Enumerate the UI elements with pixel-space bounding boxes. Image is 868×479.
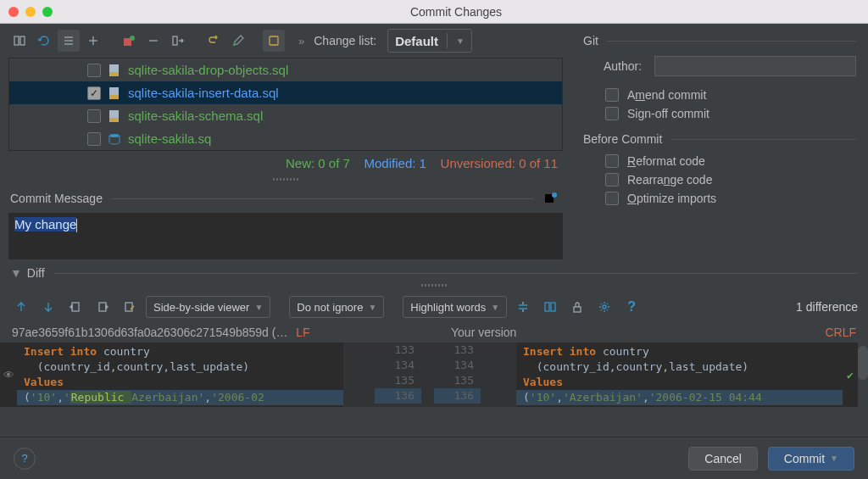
file-checkbox[interactable] [87,132,101,146]
titlebar: Commit Changes [0,0,868,24]
database-icon [108,132,121,146]
optimize-label: Optimize imports [627,192,716,205]
svg-rect-22 [99,303,106,311]
file-status-line: New: 0 of 7 Modified: 1 Unversioned: 0 o… [0,151,571,175]
amend-checkbox[interactable] [605,88,619,102]
file-checkbox[interactable] [87,64,101,77]
rearrange-checkbox[interactable] [605,173,619,187]
git-section-title: Git [583,34,598,47]
expand-icon[interactable] [82,30,104,52]
settings-icon[interactable] [593,296,615,318]
collapse-unchanged-icon[interactable] [512,296,534,318]
svg-rect-23 [125,303,132,311]
move-changelist-icon[interactable] [167,30,189,52]
svg-rect-24 [545,303,549,311]
status-modified: Modified: 1 [364,156,426,170]
left-pane[interactable]: Insert into country (country_id,country,… [17,343,343,407]
file-name: sqlite-sakila-insert-data.sql [128,86,279,100]
show-diff-icon[interactable] [8,30,31,52]
refresh-icon[interactable] [33,30,55,52]
reformat-checkbox[interactable] [605,154,619,168]
prev-file-icon[interactable] [64,296,86,318]
commit-button[interactable]: Commit▼ [768,447,854,471]
left-revision-label: 97ae3659f61b1306d63fa0a26306c271549b859d… [12,326,287,339]
svg-rect-21 [72,303,79,311]
file-checkbox[interactable]: ✓ [87,86,101,100]
next-diff-icon[interactable] [37,296,59,318]
sql-file-icon [108,64,121,77]
before-commit-title: Before Commit [583,132,662,146]
lock-icon[interactable] [566,296,588,318]
changelist-icon[interactable] [118,30,140,52]
window-close-button[interactable] [8,7,19,17]
file-row[interactable]: sqlite-sakila-schema.sql [9,104,562,127]
right-line-ending: CRLF [825,326,856,339]
svg-rect-25 [551,303,555,311]
diff-label: Diff [27,266,45,280]
prev-diff-icon[interactable] [10,296,32,318]
edit-diff-icon[interactable] [119,296,141,318]
file-checkbox[interactable] [87,109,101,123]
jump-to-source-icon[interactable] [263,30,285,52]
diff-drag-handle[interactable] [0,281,868,288]
remove-icon[interactable] [142,30,164,52]
svg-point-8 [130,36,135,41]
svg-rect-0 [14,36,19,45]
ignore-select[interactable]: Do not ignore▼ [289,296,384,318]
window-minimize-button[interactable] [25,7,36,17]
diff-toolbar: Side-by-side viewer▼ Do not ignore▼ High… [0,292,868,322]
right-pane[interactable]: Insert into country (country_id,country,… [516,343,843,407]
rearrange-label: Rearrange code [627,173,712,187]
line-number: 133 [375,343,421,358]
gutter: 133134135136 133134135136 [343,343,516,407]
svg-rect-10 [173,36,177,45]
diff-collapse-icon[interactable]: ▼ [10,266,22,280]
line-number: 135 [375,373,421,388]
file-row[interactable]: ✓sqlite-sakila-insert-data.sql [9,81,562,104]
change-list-select[interactable]: Default ▼ [387,29,472,53]
sql-file-icon [108,86,121,100]
signoff-checkbox[interactable] [605,107,619,120]
reformat-label: Reformat code [627,154,705,168]
window-zoom-button[interactable] [42,7,53,17]
line-number: 136 [375,388,421,404]
change-list-label: Change list: [314,34,376,47]
viewer-select[interactable]: Side-by-side viewer▼ [146,296,270,318]
commit-message-text: My change [14,217,76,231]
cancel-button[interactable]: Cancel [688,447,758,471]
file-row[interactable]: sqlite-sakila.sq [9,127,562,150]
left-line-ending: LF [296,326,309,339]
file-row[interactable]: sqlite-sakila-drop-objects.sql [9,58,562,81]
file-list[interactable]: sqlite-sakila-drop-objects.sql✓sqlite-sa… [8,58,563,151]
diff-body: 👁 Insert into country (country_id,countr… [0,343,868,407]
svg-rect-15 [109,95,119,99]
next-file-icon[interactable] [92,296,114,318]
svg-rect-17 [109,118,119,122]
optimize-checkbox[interactable] [605,192,619,205]
apply-icon[interactable]: ✔ [843,343,858,407]
group-by-icon[interactable] [58,30,80,52]
svg-point-18 [109,134,120,137]
author-input[interactable] [654,56,856,76]
svg-rect-13 [109,72,119,76]
visibility-icon[interactable]: 👁 [0,343,17,407]
diff-count: 1 difference [796,300,858,314]
window-title: Commit Changes [53,5,860,19]
line-number: 135 [434,373,481,388]
svg-rect-11 [270,36,278,45]
svg-point-20 [552,192,557,198]
edit-icon[interactable] [227,30,249,52]
status-new: New: 0 of 7 [286,156,350,170]
help-diff-icon[interactable]: ? [620,296,643,318]
main-toolbar: » Change list: Default ▼ [0,24,571,58]
commit-message-label: Commit Message [10,192,103,205]
file-name: sqlite-sakila.sq [128,131,211,146]
revert-icon[interactable] [203,30,225,52]
history-icon[interactable] [539,187,561,209]
help-button[interactable]: ? [14,448,36,470]
drag-handle[interactable] [0,175,571,182]
highlight-select[interactable]: Highlight words▼ [403,296,507,318]
scrollbar[interactable] [858,343,868,407]
commit-message-input[interactable]: My change [8,213,563,259]
sync-scroll-icon[interactable] [539,296,561,318]
